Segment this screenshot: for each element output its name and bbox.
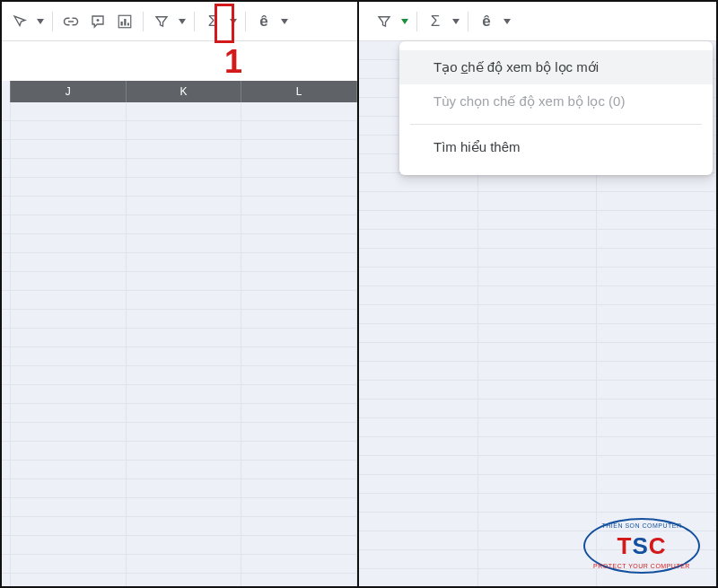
cell[interactable] (241, 329, 357, 347)
table-row[interactable] (2, 121, 357, 140)
cell[interactable] (11, 159, 127, 177)
row-gutter[interactable] (2, 442, 11, 460)
cell[interactable] (11, 461, 127, 478)
table-row[interactable] (359, 324, 716, 343)
cell[interactable] (359, 381, 478, 399)
row-gutter[interactable] (2, 498, 11, 516)
filter-dropdown-caret[interactable] (176, 19, 188, 24)
table-row[interactable] (359, 286, 716, 305)
cell[interactable] (127, 159, 242, 177)
cell[interactable] (127, 555, 242, 573)
cell[interactable] (478, 399, 598, 417)
row-gutter[interactable] (2, 574, 11, 586)
cell[interactable] (127, 310, 242, 328)
cell[interactable] (359, 324, 478, 342)
row-gutter[interactable] (2, 517, 11, 535)
column-header[interactable]: K (127, 81, 242, 102)
cell[interactable] (127, 347, 242, 365)
cell[interactable] (11, 102, 127, 120)
input-tools-button[interactable]: ê (251, 9, 276, 34)
cell[interactable] (127, 498, 242, 516)
input-tools-caret[interactable] (501, 19, 513, 24)
table-row[interactable] (2, 178, 357, 197)
row-gutter[interactable] (2, 461, 11, 478)
cell[interactable] (127, 385, 242, 403)
input-tools-caret[interactable] (278, 19, 291, 24)
table-row[interactable] (359, 192, 716, 211)
cell[interactable] (359, 531, 478, 549)
cell[interactable] (127, 102, 242, 120)
cell[interactable] (127, 178, 242, 196)
cell[interactable] (241, 517, 357, 535)
table-row[interactable] (2, 555, 357, 574)
row-gutter[interactable] (2, 385, 11, 403)
cell[interactable] (597, 437, 716, 455)
cell[interactable] (597, 381, 716, 399)
cell[interactable] (359, 268, 478, 285)
cell[interactable] (11, 234, 127, 252)
cell[interactable] (241, 121, 357, 139)
table-row[interactable] (359, 211, 716, 230)
table-row[interactable] (359, 418, 716, 437)
cell[interactable] (11, 517, 127, 535)
cell[interactable] (241, 159, 357, 177)
table-row[interactable] (2, 310, 357, 329)
cell[interactable] (359, 550, 478, 568)
cell[interactable] (127, 272, 242, 290)
row-gutter[interactable] (2, 121, 11, 139)
menu-item-learn-more[interactable]: Tìm hiểu thêm (399, 130, 713, 164)
cell[interactable] (127, 479, 242, 497)
cell[interactable] (11, 555, 127, 573)
cell[interactable] (359, 513, 478, 531)
spreadsheet-grid-left[interactable]: J K L (2, 41, 357, 586)
cell[interactable] (597, 249, 716, 267)
cell[interactable] (478, 173, 598, 191)
table-row[interactable] (2, 404, 357, 423)
table-row[interactable] (359, 268, 716, 286)
corner-cell[interactable] (2, 81, 11, 102)
cell[interactable] (597, 399, 716, 417)
cell[interactable] (241, 461, 357, 478)
table-row[interactable] (359, 437, 716, 456)
cell[interactable] (478, 418, 598, 436)
column-header-row[interactable]: J K L (2, 81, 357, 102)
cell[interactable] (359, 418, 478, 436)
row-gutter[interactable] (2, 215, 11, 233)
cell[interactable] (127, 197, 242, 215)
cell[interactable] (127, 329, 242, 347)
table-row[interactable] (2, 536, 357, 555)
table-row[interactable] (359, 381, 716, 399)
cell[interactable] (127, 574, 242, 586)
table-row[interactable] (2, 291, 357, 310)
row-gutter[interactable] (2, 159, 11, 177)
cell[interactable] (11, 366, 127, 384)
cell[interactable] (127, 536, 242, 554)
cell[interactable] (359, 456, 478, 474)
table-row[interactable] (359, 343, 716, 362)
cell[interactable] (241, 291, 357, 309)
input-tools-button[interactable]: ê (474, 9, 499, 34)
cell[interactable] (359, 249, 478, 267)
cell[interactable] (478, 437, 598, 455)
row-gutter[interactable] (2, 423, 11, 441)
filter-dropdown-caret-active[interactable] (398, 19, 411, 24)
table-row[interactable] (2, 517, 357, 536)
cell[interactable] (241, 253, 357, 271)
cell[interactable] (478, 324, 598, 342)
insert-link-button[interactable] (58, 9, 83, 34)
row-gutter[interactable] (2, 178, 11, 196)
functions-caret[interactable] (450, 19, 462, 24)
cell[interactable] (478, 230, 598, 248)
cell[interactable] (359, 399, 478, 417)
cell[interactable] (597, 305, 716, 323)
cell[interactable] (127, 253, 242, 271)
cell[interactable] (478, 249, 598, 267)
column-header[interactable]: L (241, 81, 357, 102)
cell[interactable] (359, 569, 478, 586)
cell[interactable] (597, 362, 716, 380)
cell[interactable] (11, 442, 127, 460)
cell[interactable] (127, 442, 242, 460)
cell[interactable] (127, 404, 242, 422)
cell[interactable] (241, 536, 357, 554)
cell[interactable] (11, 121, 127, 139)
